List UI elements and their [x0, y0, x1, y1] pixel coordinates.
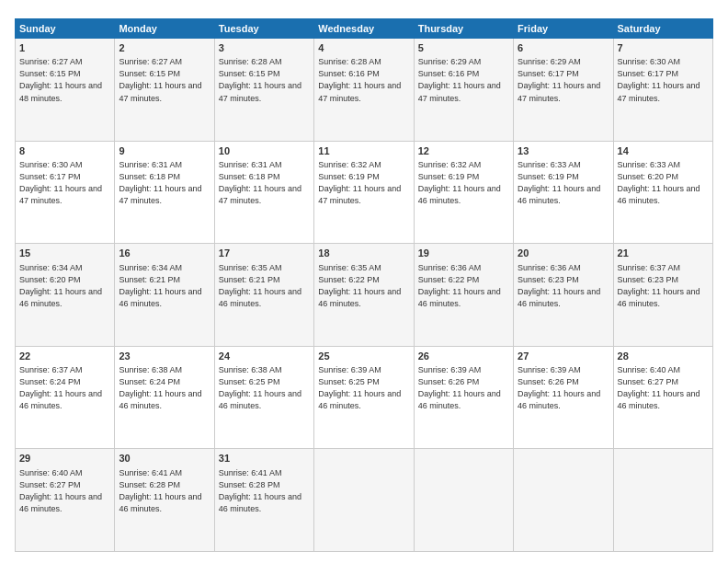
calendar-cell: 31Sunrise: 6:41 AMSunset: 6:28 PMDayligh… [214, 449, 313, 552]
day-number: 26 [418, 350, 509, 363]
header-day-saturday: Saturday [613, 19, 712, 39]
calendar-cell: 25Sunrise: 6:39 AMSunset: 6:25 PMDayligh… [314, 346, 414, 449]
calendar-cell [314, 449, 414, 552]
day-number: 14 [618, 144, 709, 158]
day-info: Sunrise: 6:31 AMSunset: 6:18 PMDaylight:… [219, 160, 301, 205]
day-info: Sunrise: 6:35 AMSunset: 6:21 PMDaylight:… [219, 263, 301, 308]
calendar-cell: 18Sunrise: 6:35 AMSunset: 6:22 PMDayligh… [314, 244, 414, 347]
day-number: 8 [19, 144, 110, 158]
day-number: 1 [19, 41, 110, 55]
day-info: Sunrise: 6:27 AMSunset: 6:15 PMDaylight:… [119, 57, 201, 102]
header-row: SundayMondayTuesdayWednesdayThursdayFrid… [16, 19, 713, 39]
calendar-cell: 21Sunrise: 6:37 AMSunset: 6:23 PMDayligh… [613, 244, 712, 347]
calendar-cell [613, 449, 712, 552]
header-day-tuesday: Tuesday [214, 19, 313, 39]
day-number: 13 [518, 144, 609, 158]
week-row-5: 29Sunrise: 6:40 AMSunset: 6:27 PMDayligh… [16, 449, 713, 552]
day-info: Sunrise: 6:32 AMSunset: 6:19 PMDaylight:… [418, 160, 501, 205]
day-number: 31 [219, 452, 310, 465]
day-info: Sunrise: 6:40 AMSunset: 6:27 PMDaylight:… [618, 365, 700, 410]
day-number: 23 [119, 350, 210, 363]
day-info: Sunrise: 6:29 AMSunset: 6:17 PMDaylight:… [518, 57, 600, 102]
calendar-cell: 5Sunrise: 6:29 AMSunset: 6:16 PMDaylight… [414, 39, 513, 142]
day-info: Sunrise: 6:30 AMSunset: 6:17 PMDaylight:… [618, 57, 700, 102]
day-info: Sunrise: 6:38 AMSunset: 6:24 PMDaylight:… [119, 365, 201, 410]
day-number: 3 [219, 41, 310, 55]
page: General Blue SundayMondayTuesdayWednesda… [0, 0, 728, 563]
calendar-cell: 23Sunrise: 6:38 AMSunset: 6:24 PMDayligh… [115, 346, 214, 449]
day-number: 30 [119, 452, 210, 465]
day-number: 9 [119, 144, 210, 158]
day-number: 29 [19, 452, 110, 465]
header-day-thursday: Thursday [414, 19, 513, 39]
day-info: Sunrise: 6:34 AMSunset: 6:20 PMDaylight:… [19, 263, 102, 308]
header-day-sunday: Sunday [16, 19, 115, 39]
calendar-cell: 27Sunrise: 6:39 AMSunset: 6:26 PMDayligh… [514, 346, 613, 449]
day-info: Sunrise: 6:41 AMSunset: 6:28 PMDaylight:… [119, 468, 201, 513]
day-info: Sunrise: 6:39 AMSunset: 6:26 PMDaylight:… [518, 365, 600, 410]
calendar-cell: 3Sunrise: 6:28 AMSunset: 6:15 PMDaylight… [214, 39, 313, 142]
calendar-cell: 12Sunrise: 6:32 AMSunset: 6:19 PMDayligh… [414, 141, 513, 244]
day-info: Sunrise: 6:39 AMSunset: 6:26 PMDaylight:… [418, 365, 501, 410]
day-number: 21 [618, 247, 709, 260]
day-number: 5 [418, 41, 509, 55]
calendar-cell: 1Sunrise: 6:27 AMSunset: 6:15 PMDaylight… [16, 39, 115, 142]
calendar-cell: 14Sunrise: 6:33 AMSunset: 6:20 PMDayligh… [613, 141, 712, 244]
day-number: 17 [219, 247, 310, 260]
day-number: 28 [618, 350, 709, 363]
calendar-cell: 20Sunrise: 6:36 AMSunset: 6:23 PMDayligh… [514, 244, 613, 347]
day-number: 11 [318, 144, 409, 158]
day-info: Sunrise: 6:28 AMSunset: 6:16 PMDaylight:… [318, 57, 401, 102]
day-number: 6 [518, 41, 609, 55]
day-number: 27 [518, 350, 609, 363]
calendar-cell: 26Sunrise: 6:39 AMSunset: 6:26 PMDayligh… [414, 346, 513, 449]
day-info: Sunrise: 6:32 AMSunset: 6:19 PMDaylight:… [318, 160, 401, 205]
day-info: Sunrise: 6:33 AMSunset: 6:19 PMDaylight:… [518, 160, 600, 205]
calendar-cell: 6Sunrise: 6:29 AMSunset: 6:17 PMDaylight… [514, 39, 613, 142]
day-number: 2 [119, 41, 210, 55]
day-number: 18 [318, 247, 409, 260]
calendar-cell: 17Sunrise: 6:35 AMSunset: 6:21 PMDayligh… [214, 244, 313, 347]
day-number: 4 [318, 41, 409, 55]
calendar-cell: 11Sunrise: 6:32 AMSunset: 6:19 PMDayligh… [314, 141, 414, 244]
calendar-cell [514, 449, 613, 552]
day-number: 22 [19, 350, 110, 363]
day-info: Sunrise: 6:38 AMSunset: 6:25 PMDaylight:… [219, 365, 301, 410]
day-info: Sunrise: 6:35 AMSunset: 6:22 PMDaylight:… [318, 263, 401, 308]
day-info: Sunrise: 6:29 AMSunset: 6:16 PMDaylight:… [418, 57, 501, 102]
calendar-cell: 19Sunrise: 6:36 AMSunset: 6:22 PMDayligh… [414, 244, 513, 347]
calendar-cell: 8Sunrise: 6:30 AMSunset: 6:17 PMDaylight… [16, 141, 115, 244]
header-day-monday: Monday [115, 19, 214, 39]
calendar-cell: 29Sunrise: 6:40 AMSunset: 6:27 PMDayligh… [16, 449, 115, 552]
calendar-table: SundayMondayTuesdayWednesdayThursdayFrid… [15, 18, 713, 552]
day-info: Sunrise: 6:36 AMSunset: 6:23 PMDaylight:… [518, 263, 600, 308]
calendar-cell: 15Sunrise: 6:34 AMSunset: 6:20 PMDayligh… [16, 244, 115, 347]
day-info: Sunrise: 6:40 AMSunset: 6:27 PMDaylight:… [19, 468, 102, 513]
calendar-cell: 9Sunrise: 6:31 AMSunset: 6:18 PMDaylight… [115, 141, 214, 244]
day-info: Sunrise: 6:27 AMSunset: 6:15 PMDaylight:… [19, 57, 102, 102]
calendar-cell [414, 449, 513, 552]
calendar-cell: 7Sunrise: 6:30 AMSunset: 6:17 PMDaylight… [613, 39, 712, 142]
calendar-cell: 24Sunrise: 6:38 AMSunset: 6:25 PMDayligh… [214, 346, 313, 449]
calendar-cell: 30Sunrise: 6:41 AMSunset: 6:28 PMDayligh… [115, 449, 214, 552]
day-info: Sunrise: 6:37 AMSunset: 6:24 PMDaylight:… [19, 365, 102, 410]
day-number: 20 [518, 247, 609, 260]
calendar-cell: 10Sunrise: 6:31 AMSunset: 6:18 PMDayligh… [214, 141, 313, 244]
header-day-friday: Friday [514, 19, 613, 39]
day-info: Sunrise: 6:41 AMSunset: 6:28 PMDaylight:… [219, 468, 301, 513]
calendar-cell: 28Sunrise: 6:40 AMSunset: 6:27 PMDayligh… [613, 346, 712, 449]
day-number: 19 [418, 247, 509, 260]
day-number: 12 [418, 144, 509, 158]
calendar-cell: 22Sunrise: 6:37 AMSunset: 6:24 PMDayligh… [16, 346, 115, 449]
day-info: Sunrise: 6:33 AMSunset: 6:20 PMDaylight:… [618, 160, 700, 205]
week-row-2: 8Sunrise: 6:30 AMSunset: 6:17 PMDaylight… [16, 141, 713, 244]
day-info: Sunrise: 6:36 AMSunset: 6:22 PMDaylight:… [418, 263, 501, 308]
day-info: Sunrise: 6:30 AMSunset: 6:17 PMDaylight:… [19, 160, 102, 205]
day-number: 24 [219, 350, 310, 363]
day-number: 10 [219, 144, 310, 158]
header-day-wednesday: Wednesday [314, 19, 414, 39]
day-number: 7 [618, 41, 709, 55]
day-info: Sunrise: 6:39 AMSunset: 6:25 PMDaylight:… [318, 365, 401, 410]
week-row-3: 15Sunrise: 6:34 AMSunset: 6:20 PMDayligh… [16, 244, 713, 347]
day-info: Sunrise: 6:28 AMSunset: 6:15 PMDaylight:… [219, 57, 301, 102]
